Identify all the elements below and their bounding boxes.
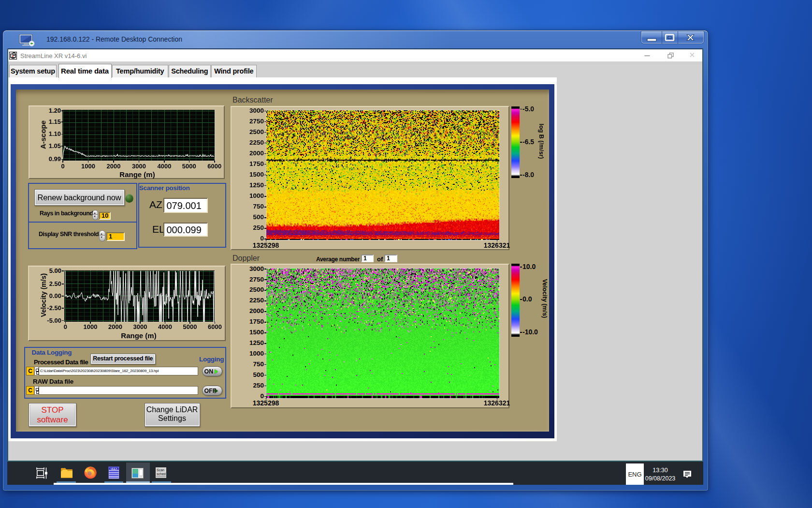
svg-text:sched: sched xyxy=(157,472,166,476)
svg-text:VEEX: VEEX xyxy=(110,467,117,470)
svg-text:Scan: Scan xyxy=(157,468,164,472)
